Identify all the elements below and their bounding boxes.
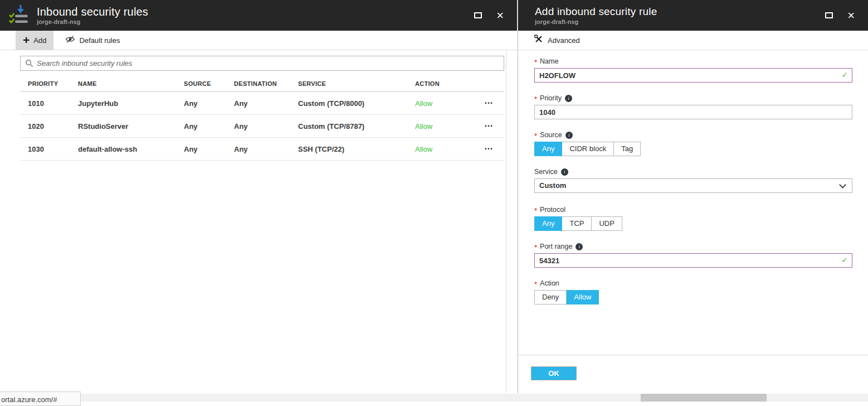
priority-field-group: * Priority i bbox=[534, 94, 852, 119]
ok-button[interactable]: OK bbox=[531, 366, 577, 380]
cell-source: Any bbox=[184, 99, 234, 108]
name-input[interactable] bbox=[534, 68, 852, 83]
source-option-tag[interactable]: Tag bbox=[614, 142, 641, 156]
advanced-label: Advanced bbox=[548, 36, 580, 45]
add-rule-label: Add bbox=[33, 36, 46, 45]
footer-divider bbox=[518, 355, 868, 355]
add-inbound-rule-blade: Add inbound security rule jorge-draft-ns… bbox=[518, 0, 868, 393]
left-blade-header: Inbound security rules jorge-draft-nsg × bbox=[0, 0, 517, 31]
right-blade-title: Add inbound security rule bbox=[535, 5, 825, 18]
column-header-destination[interactable]: DESTINATION bbox=[234, 80, 298, 87]
port-range-input[interactable] bbox=[534, 253, 852, 268]
source-label: * Source i bbox=[534, 131, 852, 139]
cell-service: Custom (TCP/8787) bbox=[298, 122, 415, 130]
protocol-label: * Protocol bbox=[534, 206, 852, 214]
service-label: Service i bbox=[534, 168, 852, 176]
source-option-any[interactable]: Any bbox=[534, 142, 562, 156]
source-toggle-group: Any CIDR block Tag bbox=[534, 142, 641, 156]
valid-checkmark-icon: ✓ bbox=[841, 70, 848, 79]
cell-priority: 1020 bbox=[28, 122, 78, 130]
search-input[interactable] bbox=[37, 56, 504, 70]
maximize-icon[interactable] bbox=[825, 12, 833, 18]
chevron-down-icon bbox=[839, 181, 846, 188]
horizontal-scrollbar-thumb[interactable] bbox=[641, 394, 767, 402]
action-toggle-group: Deny Allow bbox=[534, 290, 599, 304]
column-header-action[interactable]: ACTION bbox=[415, 80, 482, 87]
search-icon bbox=[25, 59, 33, 67]
default-rules-button[interactable]: Default rules bbox=[58, 31, 127, 50]
info-icon[interactable]: i bbox=[576, 243, 583, 250]
column-header-name[interactable]: NAME bbox=[78, 80, 184, 87]
cell-destination: Any bbox=[234, 122, 298, 130]
eye-slash-icon bbox=[65, 35, 75, 45]
cell-priority: 1030 bbox=[28, 145, 78, 153]
table-row[interactable]: 1020 RStudioServer Any Any Custom (TCP/8… bbox=[20, 115, 504, 138]
cell-service: SSH (TCP/22) bbox=[298, 145, 415, 153]
required-asterisk: * bbox=[534, 94, 537, 102]
column-header-priority[interactable]: PRIORITY bbox=[28, 80, 78, 87]
action-label: * Action bbox=[534, 279, 852, 287]
priority-input[interactable] bbox=[534, 105, 852, 119]
maximize-icon[interactable] bbox=[474, 12, 482, 18]
info-icon[interactable]: i bbox=[565, 132, 573, 139]
action-field-group: * Action Deny Allow bbox=[534, 279, 852, 304]
protocol-field-group: * Protocol Any TCP UDP bbox=[534, 206, 852, 231]
advanced-toggle-button[interactable]: Advanced bbox=[518, 31, 868, 50]
name-label: * Name bbox=[534, 57, 852, 65]
required-asterisk: * bbox=[534, 279, 537, 287]
info-icon[interactable]: i bbox=[565, 95, 572, 102]
inbound-rules-icon bbox=[8, 3, 30, 28]
add-rule-button[interactable]: + Add bbox=[16, 31, 53, 50]
table-row[interactable]: 1010 JupyterHub Any Any Custom (TCP/8000… bbox=[20, 92, 504, 115]
service-select[interactable]: Custom bbox=[534, 178, 852, 193]
horizontal-scrollbar[interactable] bbox=[0, 394, 868, 402]
tools-icon bbox=[534, 35, 543, 46]
action-option-allow[interactable]: Allow bbox=[567, 290, 599, 304]
name-field-group: * Name ✓ bbox=[534, 57, 852, 83]
left-blade-subtitle: jorge-draft-nsg bbox=[37, 18, 474, 26]
default-rules-label: Default rules bbox=[79, 36, 120, 45]
rules-table: PRIORITY NAME SOURCE DESTINATION SERVICE… bbox=[20, 75, 504, 161]
close-icon[interactable]: × bbox=[496, 10, 504, 21]
action-option-deny[interactable]: Deny bbox=[534, 290, 567, 304]
cell-destination: Any bbox=[234, 99, 298, 108]
column-header-service[interactable]: SERVICE bbox=[298, 80, 415, 87]
table-row[interactable]: 1030 default-allow-ssh Any Any SSH (TCP/… bbox=[20, 138, 504, 161]
plus-icon: + bbox=[23, 35, 30, 45]
browser-status-url: ortal.azure.com/# bbox=[0, 392, 81, 406]
source-option-cidr-block[interactable]: CIDR block bbox=[562, 142, 614, 156]
cell-name: JupyterHub bbox=[78, 99, 184, 108]
right-blade-subtitle: jorge-draft-nsg bbox=[535, 18, 825, 26]
required-asterisk: * bbox=[534, 206, 537, 214]
row-context-menu-icon[interactable]: … bbox=[482, 144, 496, 154]
cell-source: Any bbox=[184, 145, 234, 153]
protocol-toggle-group: Any TCP UDP bbox=[534, 216, 622, 231]
protocol-option-any[interactable]: Any bbox=[534, 216, 562, 231]
close-icon[interactable]: × bbox=[847, 10, 855, 21]
protocol-option-tcp[interactable]: TCP bbox=[562, 216, 592, 231]
column-header-source[interactable]: SOURCE bbox=[184, 80, 234, 87]
cell-name: RStudioServer bbox=[78, 122, 184, 130]
table-header-row: PRIORITY NAME SOURCE DESTINATION SERVICE… bbox=[20, 75, 504, 92]
row-context-menu-icon[interactable]: … bbox=[482, 121, 496, 131]
cell-action: Allow bbox=[415, 99, 482, 108]
protocol-option-udp[interactable]: UDP bbox=[592, 216, 622, 231]
right-blade-header: Add inbound security rule jorge-draft-ns… bbox=[518, 0, 868, 31]
add-rule-form: * Name ✓ * Priority i bbox=[518, 50, 868, 304]
priority-label: * Priority i bbox=[534, 94, 852, 102]
inbound-security-rules-blade: Inbound security rules jorge-draft-nsg ×… bbox=[0, 0, 517, 393]
info-icon[interactable]: i bbox=[561, 168, 568, 176]
cell-source: Any bbox=[184, 122, 234, 130]
left-blade-toolbar: + Add Default rules bbox=[0, 31, 517, 50]
row-context-menu-icon[interactable]: … bbox=[482, 98, 496, 108]
cell-priority: 1010 bbox=[28, 99, 78, 108]
cell-destination: Any bbox=[234, 145, 298, 153]
blade-scroll-gutter bbox=[506, 50, 506, 393]
port-range-label: * Port range i bbox=[534, 243, 852, 250]
azure-portal-screen: Inbound security rules jorge-draft-nsg ×… bbox=[0, 0, 868, 406]
required-asterisk: * bbox=[534, 243, 537, 250]
search-box bbox=[20, 56, 504, 71]
source-field-group: * Source i Any CIDR block Tag bbox=[534, 131, 852, 156]
cell-action: Allow bbox=[415, 145, 482, 153]
left-blade-title: Inbound security rules bbox=[37, 5, 474, 18]
